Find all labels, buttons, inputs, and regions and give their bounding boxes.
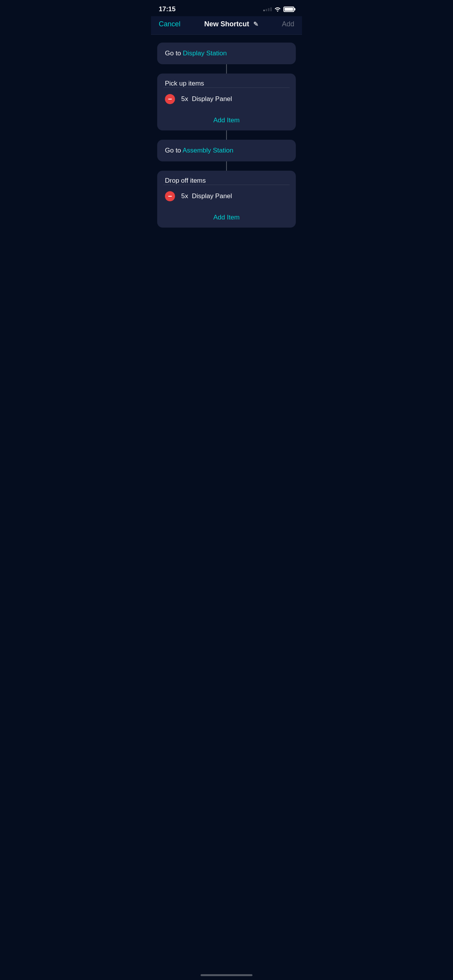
signal-icon [263,7,272,11]
remove-dropoff-item-button[interactable] [165,191,175,201]
dropoff-item-row: 5x Display Panel [157,185,296,207]
goto-display-station-row: Go to Display Station [157,43,296,64]
pickup-item-label: 5x Display Panel [181,95,232,103]
pickup-item-row: 5x Display Panel [157,88,296,110]
status-time: 17:15 [159,5,175,13]
goto-display-station-card: Go to Display Station [157,43,296,64]
goto-assembly-station-row: Go to Assembly Station [157,140,296,161]
status-bar: 17:15 [151,0,302,16]
nav-bar: Cancel New Shortcut ✎ Add [151,16,302,35]
goto-assembly-station-card: Go to Assembly Station [157,140,296,161]
dropoff-items-card: Drop off items 5x Display Panel Add Item [157,171,296,228]
connector-2 [226,130,227,140]
goto-prefix: Go to [165,50,183,57]
pickup-header: Pick up items [157,74,296,87]
connector-1 [226,64,227,74]
add-button[interactable]: Add [282,20,294,28]
cancel-button[interactable]: Cancel [159,20,180,28]
wifi-icon [274,6,281,13]
status-icons [263,6,294,13]
assembly-station-label[interactable]: Assembly Station [182,147,233,154]
remove-pickup-item-button[interactable] [165,94,175,104]
add-dropoff-item-button[interactable]: Add Item [157,207,296,228]
nav-title: New Shortcut ✎ [204,20,258,28]
battery-icon [283,7,294,12]
edit-icon[interactable]: ✎ [253,21,258,28]
dropoff-header: Drop off items [157,171,296,185]
goto-prefix-2: Go to [165,147,182,154]
dropoff-item-label: 5x Display Panel [181,192,232,200]
content-area: Go to Display Station Pick up items 5x D… [151,35,302,235]
pickup-items-card: Pick up items 5x Display Panel Add Item [157,74,296,130]
add-pickup-item-button[interactable]: Add Item [157,110,296,130]
page-title: New Shortcut [204,20,249,28]
connector-3 [226,161,227,171]
display-station-label[interactable]: Display Station [183,50,226,57]
